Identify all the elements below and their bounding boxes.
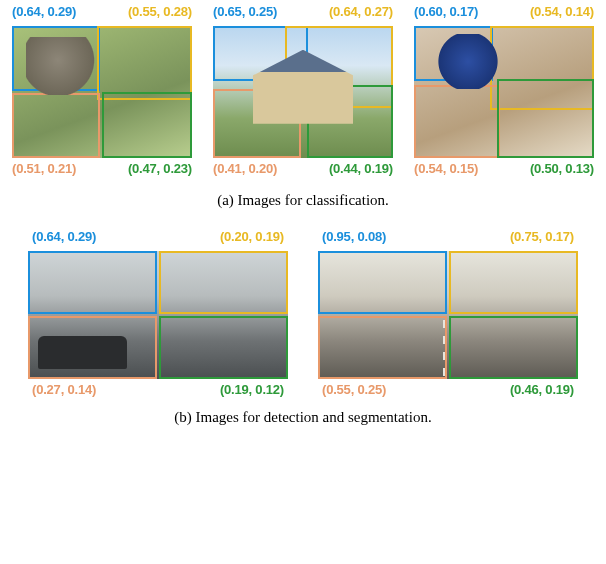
label-a1-tr: (0.55, 0.28) [128, 4, 192, 19]
label-b1-tr: (0.20, 0.19) [220, 229, 284, 244]
quad-a3-tl [414, 26, 493, 81]
section-a-row: (0.64, 0.29) (0.55, 0.28) (0.51, 0.21) (… [0, 0, 606, 162]
label-a1-tl: (0.64, 0.29) [12, 4, 76, 19]
label-b2-bl: (0.55, 0.25) [322, 382, 386, 397]
section-b-row: (0.64, 0.29) (0.20, 0.19) (0.27, 0.14) (… [0, 227, 606, 379]
quad-a1-br [102, 92, 192, 158]
quad-b1-bl [28, 316, 157, 379]
label-a3-br: (0.50, 0.13) [530, 161, 594, 176]
label-a2-tr: (0.64, 0.27) [329, 4, 393, 19]
label-b1-br: (0.19, 0.12) [220, 382, 284, 397]
label-a3-tl: (0.60, 0.17) [414, 4, 478, 19]
quad-a1-bl [12, 93, 100, 158]
group-b2: (0.95, 0.08) (0.75, 0.17) (0.55, 0.25) (… [318, 247, 578, 379]
label-a1-bl: (0.51, 0.21) [12, 161, 76, 176]
group-a1: (0.64, 0.29) (0.55, 0.28) (0.51, 0.21) (… [12, 22, 192, 158]
quad-b2-tr [449, 251, 578, 314]
label-b1-bl: (0.27, 0.14) [32, 382, 96, 397]
quad-b1-br [159, 316, 288, 379]
label-a2-tl: (0.65, 0.25) [213, 4, 277, 19]
label-a1-br: (0.47, 0.23) [128, 161, 192, 176]
quad-b2-br [449, 316, 578, 379]
caption-a: (a) Images for classification. [0, 162, 606, 227]
label-b2-tr: (0.75, 0.17) [510, 229, 574, 244]
label-a2-bl: (0.41, 0.20) [213, 161, 277, 176]
image-elephant [12, 26, 192, 158]
image-dog [414, 26, 594, 158]
quad-a3-br [497, 79, 594, 158]
quad-a2-br [307, 85, 393, 158]
label-b2-br: (0.46, 0.19) [510, 382, 574, 397]
image-street1 [28, 251, 288, 379]
quad-a1-tl [12, 26, 100, 91]
label-b2-tl: (0.95, 0.08) [322, 229, 386, 244]
group-a2: (0.65, 0.25) (0.64, 0.27) (0.41, 0.20) (… [213, 22, 393, 158]
image-street2 [318, 251, 578, 379]
quad-b2-bl [318, 316, 447, 379]
group-a3: (0.60, 0.17) (0.54, 0.14) (0.54, 0.15) (… [414, 22, 594, 158]
quad-b1-tr [159, 251, 288, 314]
label-a3-bl: (0.54, 0.15) [414, 161, 478, 176]
quad-a3-bl [414, 85, 500, 158]
figure: (0.64, 0.29) (0.55, 0.28) (0.51, 0.21) (… [0, 0, 606, 444]
image-house [213, 26, 393, 158]
label-b1-tl: (0.64, 0.29) [32, 229, 96, 244]
quad-a2-bl [213, 89, 301, 158]
label-a3-tr: (0.54, 0.14) [530, 4, 594, 19]
label-a2-br: (0.44, 0.19) [329, 161, 393, 176]
group-b1: (0.64, 0.29) (0.20, 0.19) (0.27, 0.14) (… [28, 247, 288, 379]
quad-a1-tr [97, 26, 192, 100]
quad-b1-tl [28, 251, 157, 314]
quad-b2-tl [318, 251, 447, 314]
